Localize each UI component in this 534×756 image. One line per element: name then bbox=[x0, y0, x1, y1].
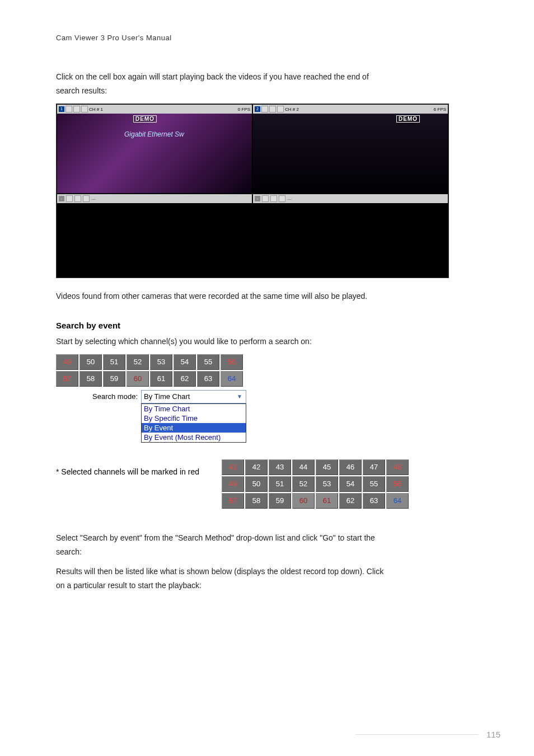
combo-option-selected[interactable]: By Event bbox=[142, 423, 246, 433]
channel-button[interactable]: 41 bbox=[222, 459, 244, 475]
cell-icon bbox=[269, 106, 276, 112]
channel-button[interactable]: 52 bbox=[127, 354, 149, 370]
cell-icon bbox=[83, 195, 90, 202]
channel-button[interactable]: 61 bbox=[150, 371, 172, 387]
channel-button[interactable]: 57 bbox=[56, 371, 78, 387]
channel-button[interactable]: 42 bbox=[245, 459, 268, 475]
demo-badge: DEMO bbox=[133, 115, 157, 123]
cell-icon bbox=[262, 195, 269, 202]
cell-icon bbox=[65, 106, 72, 112]
cell-header-bar: 2 CH # 2 6 FPS bbox=[253, 105, 448, 114]
page-footer: 115 bbox=[355, 730, 500, 739]
video-overlay-text: Gigabit Ethernet Sw bbox=[124, 130, 184, 138]
channel-button[interactable]: 59 bbox=[269, 493, 291, 509]
channel-button[interactable]: 49 bbox=[222, 476, 244, 492]
channel-select-figure: 49505152535455565758596061626364 Search … bbox=[56, 354, 246, 443]
channel-button[interactable]: 63 bbox=[363, 493, 385, 509]
demo-badge: DEMO bbox=[396, 115, 420, 123]
cell-header-bar: 1 CH # 1 0 FPS bbox=[57, 105, 252, 114]
channel-button[interactable]: 49 bbox=[56, 354, 78, 370]
cell-icon bbox=[277, 106, 284, 112]
channel-button[interactable]: 50 bbox=[245, 476, 268, 492]
channel-button[interactable]: 50 bbox=[79, 354, 102, 370]
channel-button[interactable]: 45 bbox=[316, 459, 338, 475]
channel-button[interactable]: 54 bbox=[339, 476, 362, 492]
channel-button[interactable]: 48 bbox=[386, 459, 409, 475]
channel-button[interactable]: 58 bbox=[245, 493, 268, 509]
channel-button[interactable]: 63 bbox=[197, 371, 219, 387]
channel-label: --- bbox=[91, 196, 96, 201]
search-mode-listbox[interactable]: By Time Chart By Specific Time By Event … bbox=[141, 403, 246, 443]
playback-cell-empty[interactable]: - --- bbox=[57, 194, 252, 278]
channel-button[interactable]: 56 bbox=[221, 354, 243, 370]
cell-icon bbox=[261, 106, 268, 112]
channel-button[interactable]: 52 bbox=[292, 476, 315, 492]
cell-header-bar: - --- bbox=[253, 194, 448, 203]
channel-button[interactable]: 43 bbox=[269, 459, 291, 475]
channel-grid: 4142434445464748495051525354555657585960… bbox=[222, 459, 409, 509]
playback-cell-1[interactable]: 1 CH # 1 0 FPS DEMO Gigabit Ethernet Sw bbox=[57, 104, 252, 194]
cell-icon bbox=[66, 195, 73, 202]
channel-grid: 49505152535455565758596061626364 bbox=[56, 354, 246, 387]
fps-label: 6 FPS bbox=[434, 107, 446, 112]
channel-number-badge: - bbox=[59, 196, 64, 201]
channel-label: --- bbox=[287, 196, 292, 201]
search-mode-combo[interactable]: By Time Chart ▼ bbox=[141, 390, 246, 403]
video-thumbnail: DEMO Gigabit Ethernet Sw bbox=[57, 114, 252, 193]
footer-rule bbox=[355, 734, 479, 735]
section-heading: Search by event bbox=[56, 321, 489, 330]
channel-button[interactable]: 57 bbox=[222, 493, 244, 509]
channel-button[interactable]: 60 bbox=[127, 371, 149, 387]
channel-button[interactable]: 62 bbox=[339, 493, 362, 509]
combo-option[interactable]: By Specific Time bbox=[142, 414, 246, 423]
channel-label: CH # 2 bbox=[285, 107, 299, 112]
channel-number-badge: - bbox=[255, 196, 260, 201]
channel-label: CH # 1 bbox=[89, 107, 103, 112]
channel-number-badge: 2 bbox=[255, 106, 260, 112]
paragraph: Click on the cell box again will start p… bbox=[56, 70, 489, 98]
channel-button[interactable]: 47 bbox=[363, 459, 385, 475]
chevron-down-icon: ▼ bbox=[236, 393, 243, 401]
combo-selected-text: By Time Chart bbox=[144, 392, 190, 401]
channel-button[interactable]: 51 bbox=[269, 476, 291, 492]
channel-number-badge: 1 bbox=[59, 106, 64, 112]
channel-button[interactable]: 53 bbox=[316, 476, 338, 492]
search-mode-label: Search mode: bbox=[56, 390, 141, 403]
playback-grid-figure: 1 CH # 1 0 FPS DEMO Gigabit Ethernet Sw bbox=[56, 104, 489, 278]
channel-button[interactable]: 54 bbox=[174, 354, 196, 370]
cell-icon bbox=[81, 106, 88, 112]
page-header: Cam Viewer 3 Pro User's Manual bbox=[56, 34, 489, 42]
cell-icon bbox=[270, 195, 277, 202]
channel-button[interactable]: 64 bbox=[221, 371, 243, 387]
channel-button[interactable]: 51 bbox=[103, 354, 125, 370]
video-thumbnail-empty bbox=[57, 203, 252, 277]
footnote: * Selected channels will be marked in re… bbox=[56, 459, 199, 476]
playback-cell-2[interactable]: 2 CH # 2 6 FPS DEMO bbox=[252, 104, 448, 194]
paragraph: Results will then be listed like what is… bbox=[56, 565, 489, 593]
channel-button[interactable]: 58 bbox=[79, 371, 102, 387]
channel-button[interactable]: 55 bbox=[197, 354, 219, 370]
cell-icon bbox=[74, 195, 81, 202]
channel-button[interactable]: 62 bbox=[174, 371, 196, 387]
paragraph: Select "Search by event" from the "Searc… bbox=[56, 531, 489, 559]
channel-button[interactable]: 60 bbox=[292, 493, 315, 509]
video-thumbnail-empty bbox=[253, 203, 448, 277]
paragraph: Videos found from other cameras that wer… bbox=[56, 289, 489, 303]
video-thumbnail: DEMO bbox=[253, 114, 448, 193]
channel-button[interactable]: 61 bbox=[316, 493, 338, 509]
paragraph: Start by selecting which channel(s) you … bbox=[56, 335, 489, 349]
channel-button[interactable]: 64 bbox=[386, 493, 409, 509]
cell-icon bbox=[279, 195, 285, 202]
fps-label: 0 FPS bbox=[238, 107, 250, 112]
playback-cell-empty[interactable]: - --- bbox=[252, 194, 448, 278]
channel-button[interactable]: 46 bbox=[339, 459, 362, 475]
channel-button[interactable]: 53 bbox=[150, 354, 172, 370]
channel-button[interactable]: 56 bbox=[386, 476, 409, 492]
cell-header-bar: - --- bbox=[57, 194, 252, 203]
channel-button[interactable]: 55 bbox=[363, 476, 385, 492]
channel-button[interactable]: 44 bbox=[292, 459, 315, 475]
combo-option[interactable]: By Time Chart bbox=[142, 404, 246, 414]
combo-option[interactable]: By Event (Most Recent) bbox=[142, 433, 246, 442]
channel-button[interactable]: 59 bbox=[103, 371, 125, 387]
page-number: 115 bbox=[486, 730, 500, 739]
